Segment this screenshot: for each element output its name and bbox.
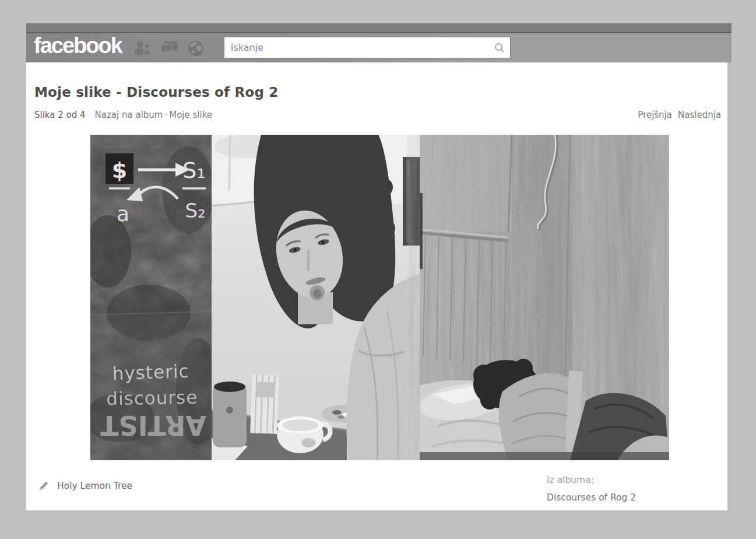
- messages-icon[interactable]: [160, 40, 180, 57]
- previous-photo-link[interactable]: Prejšnja: [638, 110, 672, 120]
- page-title: Moje slike - Discourses of Rog 2: [34, 85, 278, 100]
- page-content: Moje slike - Discourses of Rog 2 Slika 2…: [26, 62, 732, 510]
- photo-panel-matheme-collage: $ S₁ S₂ a hysteric discourse: [90, 135, 220, 460]
- photo-caption-row: Holy Lemon Tree: [38, 480, 132, 492]
- facebook-header-bar: facebook: [26, 33, 732, 62]
- facebook-page-window: facebook: [26, 23, 732, 510]
- svg-text:S₂: S₂: [185, 199, 205, 222]
- next-photo-link[interactable]: Naslednja: [678, 110, 721, 120]
- photo-position-text: Slika 2 od 4: [34, 110, 86, 120]
- window-top-strip: [26, 23, 732, 33]
- svg-text:ARTIST: ARTIST: [100, 410, 206, 441]
- friend-requests-icon[interactable]: [133, 40, 152, 57]
- svg-text:hysteric: hysteric: [112, 360, 189, 384]
- photo-subnav: Slika 2 od 4Nazaj na album·Moje slike: [34, 110, 212, 120]
- photo-pager: PrejšnjaNaslednja: [638, 110, 721, 120]
- search-box: [224, 37, 511, 58]
- photo-panel-cabin-sleeper: [418, 135, 669, 460]
- notifications-globe-icon[interactable]: [187, 40, 205, 57]
- header-icons: [133, 40, 205, 57]
- svg-text:discourse: discourse: [106, 387, 198, 410]
- desktop-background: { "colors": { "frame": "#c1c1c1", "heade…: [0, 0, 756, 539]
- from-album-block: Iz albuma: Discourses of Rog 2: [547, 474, 636, 504]
- album-name-link[interactable]: Discourses of Rog 2: [547, 492, 636, 504]
- subnav-separator: ·: [164, 110, 167, 120]
- from-album-label: Iz albuma:: [547, 474, 636, 487]
- back-to-album-link[interactable]: Nazaj na album: [95, 110, 163, 120]
- photo-image[interactable]: $ S₁ S₂ a hysteric discourse: [90, 135, 669, 460]
- svg-text:$: $: [112, 158, 127, 183]
- search-magnifier-icon[interactable]: [494, 43, 505, 53]
- facebook-logo[interactable]: facebook: [34, 33, 122, 58]
- search-input[interactable]: [230, 41, 494, 54]
- scrollbar[interactable]: [727, 62, 732, 510]
- edit-caption-pencil-icon[interactable]: [38, 480, 50, 492]
- svg-text:a: a: [117, 202, 129, 226]
- my-photos-link[interactable]: Moje slike: [169, 110, 212, 120]
- photo-caption-text: Holy Lemon Tree: [57, 481, 132, 491]
- svg-text:S₁: S₁: [182, 158, 205, 183]
- photo-panel-portrait: [212, 135, 420, 460]
